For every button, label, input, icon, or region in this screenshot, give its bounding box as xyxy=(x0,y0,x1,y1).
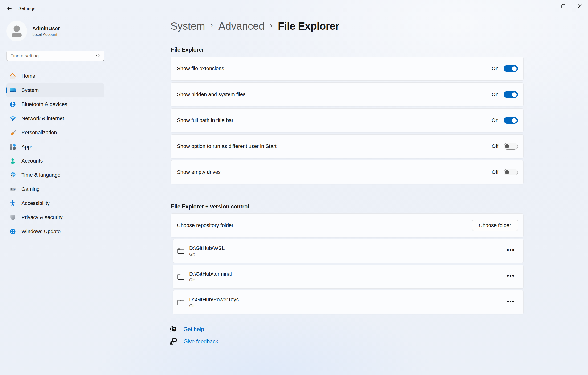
repo-card-wsl: D:\GitHub\WSL Git ••• xyxy=(173,239,524,263)
restore-icon xyxy=(561,3,566,9)
sidebar-item-system[interactable]: System xyxy=(6,83,104,97)
window-title: Settings xyxy=(18,6,35,11)
repo-card-terminal: D:\GitHub\terminal Git ••• xyxy=(173,264,524,289)
repo-path: D:\GitHub\PowerToys xyxy=(189,296,239,303)
toggle-switch[interactable] xyxy=(504,169,518,176)
back-arrow-icon xyxy=(7,6,12,11)
page-title: File Explorer xyxy=(278,20,339,32)
toggle-switch[interactable] xyxy=(504,143,518,150)
minimize-button[interactable] xyxy=(538,0,555,12)
toggle-state-label: On xyxy=(492,65,498,72)
sidebar-item-accessibility[interactable]: Accessibility xyxy=(6,197,104,210)
windows-update-icon xyxy=(9,228,16,235)
breadcrumb-separator: › xyxy=(210,21,213,30)
selection-indicator xyxy=(6,88,7,93)
sidebar-item-label: Gaming xyxy=(21,186,40,192)
sidebar-item-label: Privacy & security xyxy=(21,214,63,220)
sidebar-item-windows-update[interactable]: Windows Update xyxy=(6,225,104,238)
sidebar-item-gaming[interactable]: Gaming xyxy=(6,182,104,196)
setting-label: Show empty drives xyxy=(177,169,221,175)
repo-type: Git xyxy=(189,303,239,309)
window-controls xyxy=(538,0,588,12)
setting-label: Show hidden and system files xyxy=(177,91,245,97)
search-input[interactable] xyxy=(10,53,96,59)
repo-type: Git xyxy=(189,251,224,257)
close-button[interactable] xyxy=(571,0,588,12)
close-icon xyxy=(577,3,582,9)
folder-icon xyxy=(177,298,185,306)
setting-label: Show full path in title bar xyxy=(177,117,233,124)
network-icon xyxy=(9,115,16,122)
repo-path: D:\GitHub\terminal xyxy=(189,271,232,277)
sidebar-item-apps[interactable]: Apps xyxy=(6,140,104,154)
toggle-state-label: On xyxy=(492,117,498,124)
system-icon xyxy=(9,87,16,94)
get-help-label: Get help xyxy=(184,326,204,333)
sidebar-item-label: Time & language xyxy=(21,172,61,178)
footer: ? Get help Give feedback xyxy=(169,324,218,349)
accessibility-icon xyxy=(9,200,16,207)
svg-text:?: ? xyxy=(173,327,175,331)
maximize-button[interactable] xyxy=(555,0,571,12)
choose-folder-button[interactable]: Choose folder xyxy=(472,220,518,231)
back-button[interactable] xyxy=(3,2,16,15)
feedback-icon xyxy=(169,338,177,345)
toggle-knob xyxy=(512,66,517,71)
toggle-state-label: Off xyxy=(492,143,498,149)
breadcrumb-item-advanced[interactable]: Advanced xyxy=(218,20,264,32)
sidebar-nav: Home System Bluetooth & devices Netw xyxy=(6,69,104,239)
ellipsis-icon: ••• xyxy=(507,298,514,305)
sidebar-item-personalization[interactable]: Personalization xyxy=(6,126,104,139)
setting-card-show-full-path: Show full path in title bar On xyxy=(170,108,524,132)
titlebar: Settings xyxy=(0,0,588,17)
breadcrumb-item-system[interactable]: System xyxy=(170,20,205,32)
breadcrumb: System › Advanced › File Explorer xyxy=(170,19,339,33)
setting-card-run-as-different-user: Show option to run as different user in … xyxy=(170,134,524,158)
sidebar-item-label: Network & internet xyxy=(21,115,64,122)
chooser-label: Choose repository folder xyxy=(177,222,233,229)
toggle-state-label: Off xyxy=(492,169,498,175)
breadcrumb-separator: › xyxy=(270,21,273,30)
give-feedback-link[interactable]: Give feedback xyxy=(169,336,218,347)
repo-type: Git xyxy=(189,277,232,283)
sidebar-item-label: Bluetooth & devices xyxy=(21,101,67,107)
sidebar-item-label: System xyxy=(21,87,39,93)
give-feedback-label: Give feedback xyxy=(184,338,218,345)
avatar xyxy=(6,21,27,42)
more-options-button[interactable]: ••• xyxy=(505,246,516,256)
accounts-icon xyxy=(9,157,16,164)
toggle-knob xyxy=(505,170,509,174)
folder-icon xyxy=(177,273,185,280)
time-language-icon xyxy=(9,171,16,178)
toggle-switch[interactable] xyxy=(504,91,518,98)
sidebar-item-bluetooth-devices[interactable]: Bluetooth & devices xyxy=(6,97,104,111)
sidebar-item-network-internet[interactable]: Network & internet xyxy=(6,112,104,125)
toggle-knob xyxy=(505,144,509,148)
setting-card-show-empty-drives: Show empty drives Off xyxy=(170,160,524,184)
sidebar-item-label: Accounts xyxy=(21,158,43,164)
toggle-switch[interactable] xyxy=(504,117,518,124)
sidebar-item-home[interactable]: Home xyxy=(6,69,104,83)
sidebar-item-label: Apps xyxy=(21,144,33,150)
gaming-icon xyxy=(9,186,16,193)
user-card[interactable]: AdminUser Local Account xyxy=(6,21,60,42)
sidebar-item-label: Accessibility xyxy=(21,200,50,206)
folder-icon xyxy=(177,247,185,255)
setting-card-show-hidden-system-files: Show hidden and system files On xyxy=(170,83,524,106)
search-icon xyxy=(96,53,101,58)
sidebar-item-time-language[interactable]: Time & language xyxy=(6,168,104,182)
toggle-switch[interactable] xyxy=(504,65,518,72)
apps-icon xyxy=(9,143,16,150)
more-options-button[interactable]: ••• xyxy=(505,297,516,307)
section-title-file-explorer: File Explorer xyxy=(171,47,204,53)
sidebar-item-label: Home xyxy=(21,73,35,79)
get-help-link[interactable]: ? Get help xyxy=(169,324,204,334)
choose-repository-card: Choose repository folder Choose folder xyxy=(170,213,524,238)
user-account-type: Local Account xyxy=(32,32,60,37)
sidebar-item-accounts[interactable]: Accounts xyxy=(6,154,104,168)
repo-path: D:\GitHub\WSL xyxy=(189,245,224,251)
sidebar-item-privacy-security[interactable]: Privacy & security xyxy=(6,211,104,224)
minimize-icon xyxy=(544,3,549,9)
setting-card-show-file-extensions: Show file extensions On xyxy=(170,57,524,81)
more-options-button[interactable]: ••• xyxy=(505,271,516,282)
